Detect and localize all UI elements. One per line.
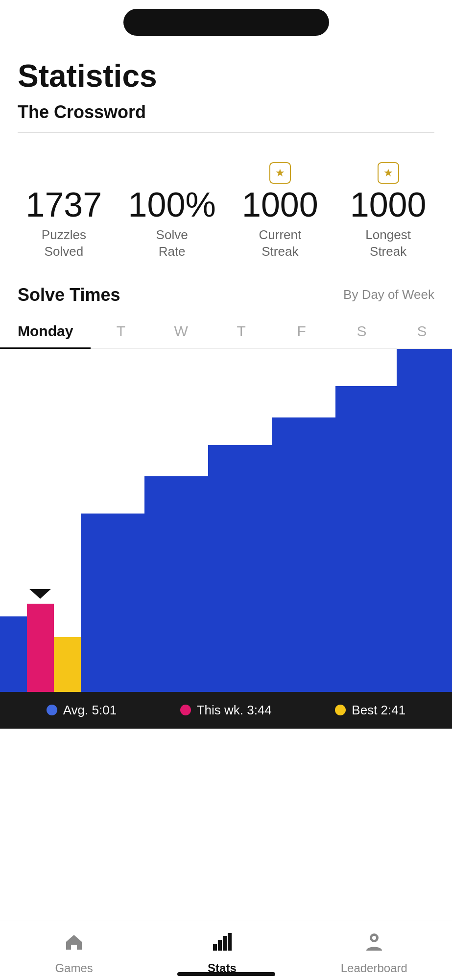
day-tabs: Monday T W T F S S xyxy=(0,305,452,349)
tab-wednesday[interactable]: W xyxy=(151,315,211,347)
stat-label-current-streak: CurrentStreak xyxy=(259,227,302,260)
stat-label-rate: SolveRate xyxy=(156,227,188,260)
bottom-nav: Games Stats Leaderboard xyxy=(0,921,452,980)
svg-rect-0 xyxy=(0,616,27,692)
nav-stats[interactable]: Stats xyxy=(192,931,251,975)
stat-label-longest-streak: LongestStreak xyxy=(365,227,411,260)
nav-label-games: Games xyxy=(55,961,93,975)
svg-rect-11 xyxy=(218,940,222,951)
svg-rect-12 xyxy=(223,936,227,951)
chart-svg xyxy=(0,349,452,692)
star-badge-longest: ★ xyxy=(378,162,399,184)
tab-thursday[interactable]: T xyxy=(211,315,271,347)
svg-rect-4 xyxy=(144,476,208,692)
stat-longest-streak: ★ 1000 LongestStreak xyxy=(334,162,442,260)
page-header: Statistics The Crossword xyxy=(0,44,452,138)
home-icon xyxy=(63,931,85,957)
tab-tuesday[interactable]: T xyxy=(91,315,151,347)
status-pill xyxy=(123,9,329,36)
svg-rect-8 xyxy=(397,349,452,692)
stat-current-streak: ★ 1000 CurrentStreak xyxy=(226,162,334,260)
svg-rect-3 xyxy=(81,514,144,692)
stat-puzzles-solved: 1737 PuzzlesSolved xyxy=(10,162,118,260)
svg-rect-13 xyxy=(228,933,232,951)
legend-label-best: Best 2:41 xyxy=(352,703,405,718)
nav-label-leaderboard: Leaderboard xyxy=(341,961,407,975)
page-title: Statistics xyxy=(18,59,434,93)
legend-dot-best xyxy=(335,705,346,715)
solve-times-title: Solve Times xyxy=(18,285,120,305)
star-badge-current: ★ xyxy=(269,162,291,184)
stat-value-longest-streak: 1000 xyxy=(350,188,427,222)
header-divider xyxy=(18,132,434,133)
svg-rect-5 xyxy=(208,445,272,692)
legend-label-thisweek: This wk. 3:44 xyxy=(197,703,272,718)
nav-leaderboard[interactable]: Leaderboard xyxy=(341,931,407,975)
current-streak-badge: ★ xyxy=(269,162,291,184)
page-subtitle: The Crossword xyxy=(18,102,434,122)
svg-rect-6 xyxy=(272,417,335,692)
longest-streak-badge: ★ xyxy=(378,162,399,184)
legend-best: Best 2:41 xyxy=(335,703,405,718)
legend-dot-thisweek xyxy=(180,705,191,715)
stats-icon xyxy=(211,931,233,957)
stat-label-puzzles: PuzzlesSolved xyxy=(42,227,86,260)
tab-saturday[interactable]: S xyxy=(332,315,392,347)
solve-times-filter: By Day of Week xyxy=(343,287,434,302)
legend-thisweek: This wk. 3:44 xyxy=(180,703,272,718)
solve-times-section: Solve Times By Day of Week xyxy=(0,280,452,305)
svg-marker-9 xyxy=(29,589,51,599)
legend-bar: Avg. 5:01 This wk. 3:44 Best 2:41 xyxy=(0,692,452,729)
leaderboard-icon xyxy=(363,931,385,957)
solve-times-chart xyxy=(0,349,452,692)
legend-dot-avg xyxy=(47,705,57,715)
legend-avg: Avg. 5:01 xyxy=(47,703,117,718)
tab-monday[interactable]: Monday xyxy=(0,315,91,349)
svg-rect-2 xyxy=(54,637,81,692)
stat-solve-rate: 100% SolveRate xyxy=(118,162,226,260)
legend-label-avg: Avg. 5:01 xyxy=(63,703,117,718)
stat-value-puzzles: 1737 xyxy=(26,188,102,222)
status-bar xyxy=(0,0,452,44)
svg-point-15 xyxy=(372,936,376,940)
stat-value-rate: 100% xyxy=(128,188,216,222)
nav-games[interactable]: Games xyxy=(45,931,103,975)
svg-rect-1 xyxy=(27,604,54,692)
stats-row: 1737 PuzzlesSolved 100% SolveRate ★ 1000… xyxy=(0,138,452,280)
tab-sunday[interactable]: S xyxy=(392,315,452,347)
home-indicator xyxy=(177,972,275,976)
tab-friday[interactable]: F xyxy=(271,315,332,347)
stat-value-current-streak: 1000 xyxy=(242,188,318,222)
svg-rect-10 xyxy=(213,944,217,951)
svg-rect-7 xyxy=(335,386,397,692)
